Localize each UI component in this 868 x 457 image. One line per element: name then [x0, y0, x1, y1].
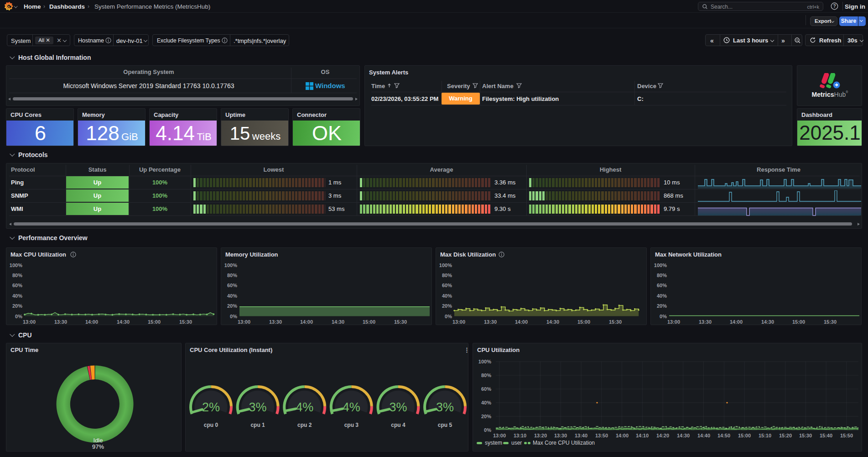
svg-text:cpu 4: cpu 4: [391, 422, 405, 428]
svg-text:cpu 5: cpu 5: [438, 422, 452, 428]
svg-text:4%: 4%: [296, 400, 313, 414]
svg-text:2%: 2%: [202, 400, 220, 414]
svg-text:cpu 2: cpu 2: [297, 422, 312, 428]
svg-text:cpu 1: cpu 1: [250, 422, 265, 428]
svg-text:4%: 4%: [343, 400, 360, 414]
svg-text:3%: 3%: [389, 400, 407, 414]
svg-text:cpu 0: cpu 0: [204, 422, 218, 428]
svg-text:cpu 3: cpu 3: [344, 422, 359, 428]
svg-text:3%: 3%: [436, 400, 454, 414]
svg-text:?: ?: [833, 4, 836, 9]
svg-text:3%: 3%: [249, 400, 267, 414]
